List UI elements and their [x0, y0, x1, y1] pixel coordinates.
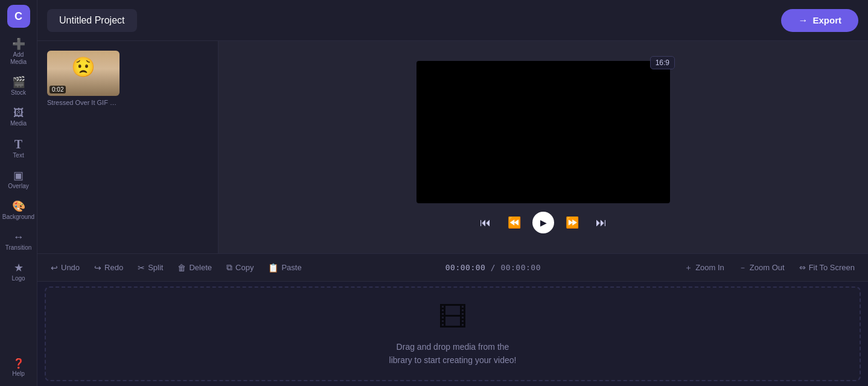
export-label: Export: [812, 15, 841, 25]
split-label: Split: [148, 263, 163, 272]
add-media-icon: ➕: [12, 39, 25, 49]
skip-end-button[interactable]: ⏭: [590, 212, 612, 233]
project-title[interactable]: Untitled Project: [47, 9, 137, 32]
copy-button[interactable]: ⧉ Copy: [220, 259, 260, 276]
timecode-total: 00:00:00: [500, 263, 541, 272]
app-logo[interactable]: C: [7, 5, 30, 28]
sidebar-item-media[interactable]: 🖼 Media: [2, 103, 35, 131]
playback-controls: ⏮ ⏪ ▶ ⏩ ⏭: [474, 212, 612, 233]
help-icon: ❓: [13, 359, 25, 369]
paste-button[interactable]: 📋 Paste: [262, 259, 307, 276]
split-icon: ✂: [138, 263, 145, 273]
timeline-toolbar: ↩ Undo ↪ Redo ✂ Split 🗑 Delete ⧉ Copy 📋: [37, 254, 868, 282]
sidebar-item-logo[interactable]: ★ Logo: [2, 258, 35, 286]
sidebar-item-label: Stock: [11, 89, 26, 96]
timeline-area: ↩ Undo ↪ Redo ✂ Split 🗑 Delete ⧉ Copy 📋: [37, 253, 868, 386]
video-preview: [416, 61, 670, 203]
clip-label: Stressed Over It GIF by ...: [47, 99, 120, 106]
skip-end-icon: ⏭: [596, 217, 607, 229]
preview-area: 16:9 ⏮ ⏪ ▶ ⏩ ⏭: [219, 41, 868, 253]
drop-text-line1: Drag and drop media from the: [397, 342, 509, 352]
delete-icon: 🗑: [177, 263, 186, 273]
background-icon: 🎨: [12, 201, 25, 212]
split-button[interactable]: ✂ Split: [132, 259, 169, 276]
fit-to-screen-button[interactable]: ⇔ Fit To Screen: [793, 259, 861, 276]
preview-container: 16:9: [416, 61, 670, 203]
delete-button[interactable]: 🗑 Delete: [171, 259, 218, 276]
sidebar-item-help[interactable]: ❓ Help: [2, 354, 35, 381]
clip-duration: 0:02: [49, 86, 66, 93]
overlay-icon: ▣: [13, 170, 24, 181]
media-panel: 0:02 Stressed Over It GIF by ...: [37, 41, 219, 253]
zoom-in-button[interactable]: ＋ Zoom In: [678, 259, 730, 277]
redo-icon: ↪: [94, 263, 101, 273]
logo-icon: ★: [14, 262, 24, 273]
sidebar-item-transition[interactable]: ↔ Transition: [2, 227, 35, 255]
skip-start-icon: ⏮: [480, 217, 491, 229]
skip-start-button[interactable]: ⏮: [474, 212, 496, 233]
topbar: Untitled Project → Export: [37, 0, 868, 41]
undo-button[interactable]: ↩ Undo: [45, 259, 86, 276]
zoom-in-icon: ＋: [685, 262, 692, 273]
main-area: Untitled Project → Export 0:02 Stressed …: [37, 0, 868, 386]
sidebar-item-label: Add Media: [5, 51, 33, 66]
content-row: 0:02 Stressed Over It GIF by ... 16:9 ⏮ …: [37, 41, 868, 253]
sidebar-item-label: Help: [12, 370, 25, 378]
stock-icon: 🎬: [12, 77, 25, 87]
export-arrow-icon: →: [798, 15, 808, 26]
timecode-current: 00:00:00: [445, 263, 486, 272]
zoom-out-icon: －: [739, 262, 747, 273]
drop-zone-text: Drag and drop media from the library to …: [389, 340, 517, 367]
sidebar-item-label: Overlay: [8, 183, 28, 190]
timecode-display: 00:00:00 / 00:00:00: [445, 263, 541, 272]
sidebar-item-label: Transition: [5, 244, 32, 252]
sidebar-item-stock[interactable]: 🎬 Stock: [2, 72, 35, 100]
play-button[interactable]: ▶: [532, 212, 554, 233]
paste-icon: 📋: [268, 263, 278, 273]
sidebar-item-text[interactable]: T Text: [2, 133, 35, 163]
redo-button[interactable]: ↪ Redo: [88, 259, 129, 276]
fast-forward-icon: ⏩: [566, 216, 579, 229]
zoom-out-label: Zoom Out: [750, 263, 785, 272]
sidebar-item-label: Media: [10, 120, 27, 127]
undo-label: Undo: [61, 263, 80, 272]
fit-to-screen-label: Fit To Screen: [809, 263, 855, 272]
transition-icon: ↔: [13, 232, 24, 242]
paste-label: Paste: [281, 263, 301, 272]
zoom-out-button[interactable]: － Zoom Out: [733, 259, 791, 277]
drop-zone-icon: 🎞: [438, 301, 467, 334]
sidebar-item-label: Text: [13, 152, 24, 159]
sidebar-item-label: Logo: [11, 275, 25, 282]
sidebar-item-label: Background: [2, 214, 34, 221]
drop-text-line2: library to start creating your video!: [389, 355, 517, 365]
undo-icon: ↩: [51, 263, 58, 273]
redo-label: Redo: [104, 263, 123, 272]
sidebar: C ➕ Add Media 🎬 Stock 🖼 Media T Text ▣ O…: [0, 0, 37, 386]
fast-forward-button[interactable]: ⏩: [561, 212, 583, 233]
zoom-in-label: Zoom In: [695, 263, 724, 272]
text-icon: T: [14, 138, 22, 150]
export-button[interactable]: → Export: [781, 9, 858, 32]
sidebar-item-background[interactable]: 🎨 Background: [2, 196, 35, 224]
timeline-drop-zone[interactable]: 🎞 Drag and drop media from the library t…: [45, 286, 861, 381]
copy-icon: ⧉: [226, 262, 232, 273]
sidebar-item-overlay[interactable]: ▣ Overlay: [2, 165, 35, 194]
copy-label: Copy: [235, 263, 254, 272]
sidebar-item-add-media[interactable]: ➕ Add Media: [2, 34, 35, 69]
fit-to-screen-icon: ⇔: [799, 263, 806, 272]
delete-label: Delete: [189, 263, 212, 272]
aspect-ratio-badge: 16:9: [650, 56, 675, 69]
play-icon: ▶: [540, 218, 547, 227]
timecode-separator: /: [491, 263, 501, 272]
media-icon: 🖼: [13, 107, 24, 118]
rewind-button[interactable]: ⏪: [503, 212, 525, 233]
rewind-icon: ⏪: [508, 216, 521, 229]
media-thumbnail[interactable]: 0:02: [47, 51, 120, 96]
